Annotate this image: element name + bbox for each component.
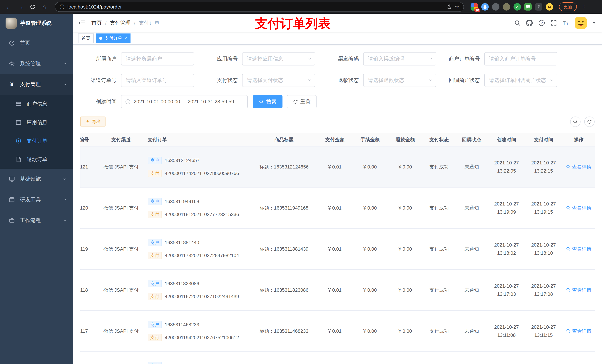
breadcrumb-pay[interactable]: 支付管理 xyxy=(110,20,131,26)
channel-order-no: 4200001174202110278060590766 xyxy=(165,171,239,176)
user-avatar[interactable] xyxy=(575,17,587,29)
search-button[interactable]: 搜索 xyxy=(253,95,282,108)
cell-refund-amount: ¥ 0.00 xyxy=(388,270,423,310)
merchant-order-no-input[interactable] xyxy=(484,52,557,65)
column-header-status: 支付状态 xyxy=(423,133,455,146)
address-bar[interactable]: ⓘ localhost:1024/pay/order ☆ xyxy=(55,2,464,12)
cell-notify: 未通知 xyxy=(455,311,488,351)
url-text[interactable]: localhost:1024/pay/order xyxy=(67,4,444,10)
date-start[interactable]: 2021-10-01 00:00:00 xyxy=(134,99,180,105)
olive-extension-icon[interactable] xyxy=(503,3,510,10)
filter-row-2: 渠道订单号 支付状态 退款状态 回调商户状态 xyxy=(80,74,595,87)
pin-extension-icon[interactable] xyxy=(535,3,542,10)
browser-back-icon[interactable]: ← xyxy=(4,2,14,12)
filter-notify-status: 回调商户状态 xyxy=(443,74,565,87)
svg-text:T: T xyxy=(563,20,566,26)
sidebar-item-app-info[interactable]: 应用信息 xyxy=(0,113,73,132)
merchant-input[interactable] xyxy=(121,52,194,65)
cell-actions: 查看详情 xyxy=(562,311,595,351)
browser-forward-icon[interactable]: → xyxy=(16,2,26,12)
yen-icon: ¥ xyxy=(8,82,16,87)
breadcrumb-home[interactable]: 首页 xyxy=(91,20,102,26)
sidebar-item-pay-order[interactable]: 支付订单 xyxy=(0,132,73,150)
chevron-up-icon xyxy=(63,82,67,87)
channel-order-no-input[interactable] xyxy=(121,74,194,87)
browser-update-button[interactable]: 更新 xyxy=(559,2,577,11)
sidebar-item-workflow[interactable]: 工作流程 xyxy=(0,210,73,231)
table-row: 商户 1635311357363 支付 查看详情 xyxy=(80,352,595,364)
filter-label: 渠道编码 xyxy=(322,55,363,62)
sidebar-logo: 芋道管理系统 xyxy=(0,14,73,32)
view-detail-label: 查看详情 xyxy=(572,164,591,170)
browser-home-icon[interactable]: ⌂ xyxy=(39,2,50,12)
gray-extension-icon[interactable] xyxy=(492,3,499,10)
tab-pay-order[interactable]: 支付订单 × xyxy=(96,33,130,43)
sidebar-item-home[interactable]: 首页 xyxy=(0,32,73,53)
refund-status-select[interactable] xyxy=(363,74,436,87)
breadcrumb: 首页 / 支付管理 / 支付订单 xyxy=(91,20,160,26)
export-button-label: 导出 xyxy=(92,119,101,125)
browser-menu-icon[interactable]: ⋮ xyxy=(581,4,587,10)
chat-extension-icon[interactable] xyxy=(524,3,532,10)
fullscreen-icon[interactable] xyxy=(550,20,557,26)
hamburger-icon[interactable] xyxy=(79,20,86,26)
view-detail-link[interactable]: 查看详情 xyxy=(566,164,591,170)
colorful-extension-icon[interactable]: 10 xyxy=(471,3,478,10)
export-button[interactable]: 导出 xyxy=(80,116,106,127)
view-detail-link[interactable]: 查看详情 xyxy=(566,287,591,293)
github-icon[interactable] xyxy=(526,20,533,26)
search-button-label: 搜索 xyxy=(266,98,277,105)
channel-code-select[interactable] xyxy=(363,52,436,65)
view-detail-link[interactable]: 查看详情 xyxy=(566,328,591,334)
sidebar-item-devtools[interactable]: 研发工具 xyxy=(0,189,73,210)
date-range-input[interactable]: 2021-10-01 00:00:00 - 2021-10-31 23:59:5… xyxy=(121,95,248,108)
top-navbar: 首页 / 支付管理 / 支付订单 ? T xyxy=(73,14,602,32)
reset-button[interactable]: 重置 xyxy=(287,95,317,108)
filter-channel-order-no: 渠道订单号 xyxy=(80,74,201,87)
cell-id: 119 xyxy=(80,229,99,269)
filter-refund-status: 退款状态 xyxy=(322,74,443,87)
date-end[interactable]: 2021-10-31 23:59:59 xyxy=(188,99,234,105)
bookmark-star-icon[interactable]: ☆ xyxy=(455,4,459,10)
pay-status-select[interactable] xyxy=(242,74,315,87)
filter-channel-code: 渠道编码 xyxy=(322,52,443,65)
app-id-select[interactable] xyxy=(242,52,315,65)
cell-order: 商户 1635311357363 支付 xyxy=(143,352,251,364)
check-extension-icon[interactable]: ✓ xyxy=(514,3,521,10)
toolbar-right xyxy=(570,116,595,127)
share-icon[interactable] xyxy=(447,4,452,10)
filter-label: 退款状态 xyxy=(322,77,363,84)
merchant-order-no: 1635311357363 xyxy=(165,363,199,364)
view-detail-link[interactable]: 查看详情 xyxy=(566,246,591,252)
font-size-icon[interactable]: TT xyxy=(562,20,570,26)
search-icon[interactable] xyxy=(514,20,521,26)
sidebar: 芋道管理系统 首页 系统管理 ¥ 支付管理 xyxy=(0,14,73,364)
dashboard-icon xyxy=(8,40,16,46)
sidebar-item-refund-order[interactable]: 退款订单 xyxy=(0,150,73,169)
filter-label: 所属商户 xyxy=(80,55,121,62)
sidebar-item-infra[interactable]: 基础设施 xyxy=(0,169,73,189)
orders-table: 编号 支付渠道 支付订单 商品标题 支付金额 手续金额 退款金额 支付状态 回调… xyxy=(80,133,595,364)
tab-close-icon[interactable]: × xyxy=(124,36,127,41)
cell-create-time: 2021-10-2713:22:05 xyxy=(488,146,525,187)
merchant-tag: 商户 xyxy=(148,239,162,246)
refresh-table-button[interactable] xyxy=(584,116,595,127)
sidebar-item-system[interactable]: 系统管理 xyxy=(0,53,73,74)
channel-order-no: 4200001173202110272847982104 xyxy=(165,253,239,258)
sidebar-item-label: 基础设施 xyxy=(20,176,41,183)
toggle-search-button[interactable] xyxy=(570,116,580,127)
view-detail-link[interactable]: 查看详情 xyxy=(566,205,591,211)
browser-reload-icon[interactable] xyxy=(27,2,38,12)
caret-down-icon[interactable] xyxy=(592,21,596,25)
sidebar-item-pay[interactable]: ¥ 支付管理 xyxy=(0,74,73,95)
cell-order: 商户 1635312124657 支付 42000011742021102780… xyxy=(143,146,251,187)
notify-status-select[interactable] xyxy=(484,74,557,87)
help-icon[interactable]: ? xyxy=(538,20,545,26)
site-info-icon[interactable]: ⓘ xyxy=(60,4,64,10)
drop-extension-icon[interactable] xyxy=(481,3,489,10)
filter-label: 渠道订单号 xyxy=(80,77,121,84)
tab-home[interactable]: 首页 xyxy=(78,33,94,43)
sidebar-item-merchant-info[interactable]: 商户信息 xyxy=(0,95,73,113)
face-extension-icon[interactable] xyxy=(546,3,553,10)
filter-label: 应用编号 xyxy=(201,55,242,62)
